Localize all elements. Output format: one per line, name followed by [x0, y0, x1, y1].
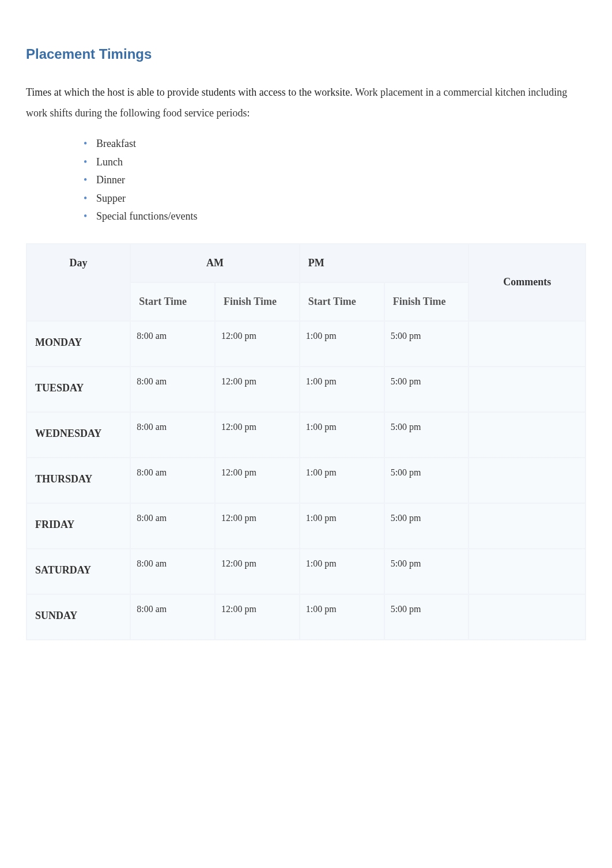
list-item: Breakfast [84, 135, 586, 153]
cell-am-finish: 12:00 pm [216, 367, 299, 412]
cell-comment [469, 549, 585, 594]
header-pm-start: Start Time [300, 283, 384, 320]
cell-comment [469, 367, 585, 412]
cell-comment [469, 504, 585, 548]
cell-am-start: 8:00 am [131, 595, 214, 639]
header-comments: Comments [469, 244, 585, 320]
cell-day: SATURDAY [27, 549, 130, 594]
schedule-body: MONDAY 8:00 am 12:00 pm 1:00 pm 5:00 pm … [27, 322, 585, 639]
cell-day: MONDAY [27, 322, 130, 366]
list-item: Supper [84, 190, 586, 208]
table-row: TUESDAY 8:00 am 12:00 pm 1:00 pm 5:00 pm [27, 367, 585, 412]
cell-am-start: 8:00 am [131, 413, 214, 457]
cell-am-start: 8:00 am [131, 549, 214, 594]
cell-day: WEDNESDAY [27, 413, 130, 457]
cell-comment [469, 322, 585, 366]
table-row: WEDNESDAY 8:00 am 12:00 pm 1:00 pm 5:00 … [27, 413, 585, 457]
intro-text-dark: Times at which the host is able to provi… [26, 86, 355, 98]
table-row: FRIDAY 8:00 am 12:00 pm 1:00 pm 5:00 pm [27, 504, 585, 548]
cell-pm-finish: 5:00 pm [385, 322, 469, 366]
cell-pm-start: 1:00 pm [300, 413, 384, 457]
list-item: Lunch [84, 153, 586, 172]
cell-pm-finish: 5:00 pm [385, 458, 469, 503]
header-pm-finish: Finish Time [385, 283, 469, 320]
cell-pm-finish: 5:00 pm [385, 549, 469, 594]
intro-paragraph: Times at which the host is able to provi… [26, 82, 586, 123]
cell-am-start: 8:00 am [131, 458, 214, 503]
cell-day: TUESDAY [27, 367, 130, 412]
cell-am-start: 8:00 am [131, 322, 214, 366]
cell-pm-start: 1:00 pm [300, 458, 384, 503]
cell-comment [469, 458, 585, 503]
cell-comment [469, 413, 585, 457]
cell-am-finish: 12:00 pm [216, 504, 299, 548]
table-row: MONDAY 8:00 am 12:00 pm 1:00 pm 5:00 pm [27, 322, 585, 366]
cell-pm-start: 1:00 pm [300, 595, 384, 639]
cell-comment [469, 595, 585, 639]
cell-pm-finish: 5:00 pm [385, 413, 469, 457]
schedule-table: Day AM PM Comments Start Time Finish Tim… [26, 243, 586, 640]
cell-pm-start: 1:00 pm [300, 367, 384, 412]
cell-pm-finish: 5:00 pm [385, 595, 469, 639]
cell-pm-start: 1:00 pm [300, 504, 384, 548]
header-am-start: Start Time [131, 283, 214, 320]
section-title: Placement Timings [26, 46, 586, 62]
list-item: Dinner [84, 171, 586, 190]
service-periods-list: Breakfast Lunch Dinner Supper Special fu… [84, 135, 586, 226]
cell-am-finish: 12:00 pm [216, 322, 299, 366]
cell-pm-start: 1:00 pm [300, 549, 384, 594]
cell-day: FRIDAY [27, 504, 130, 548]
cell-pm-finish: 5:00 pm [385, 367, 469, 412]
header-am: AM [131, 244, 299, 282]
cell-pm-finish: 5:00 pm [385, 504, 469, 548]
cell-am-start: 8:00 am [131, 367, 214, 412]
table-row: THURSDAY 8:00 am 12:00 pm 1:00 pm 5:00 p… [27, 458, 585, 503]
header-pm: PM [300, 244, 469, 282]
cell-am-finish: 12:00 pm [216, 549, 299, 594]
cell-pm-start: 1:00 pm [300, 322, 384, 366]
header-day: Day [27, 244, 130, 320]
list-item: Special functions/events [84, 207, 586, 226]
table-row: SUNDAY 8:00 am 12:00 pm 1:00 pm 5:00 pm [27, 595, 585, 639]
header-am-finish: Finish Time [216, 283, 299, 320]
cell-day: SUNDAY [27, 595, 130, 639]
cell-am-start: 8:00 am [131, 504, 214, 548]
cell-am-finish: 12:00 pm [216, 458, 299, 503]
cell-am-finish: 12:00 pm [216, 413, 299, 457]
table-row: SATURDAY 8:00 am 12:00 pm 1:00 pm 5:00 p… [27, 549, 585, 594]
cell-am-finish: 12:00 pm [216, 595, 299, 639]
cell-day: THURSDAY [27, 458, 130, 503]
